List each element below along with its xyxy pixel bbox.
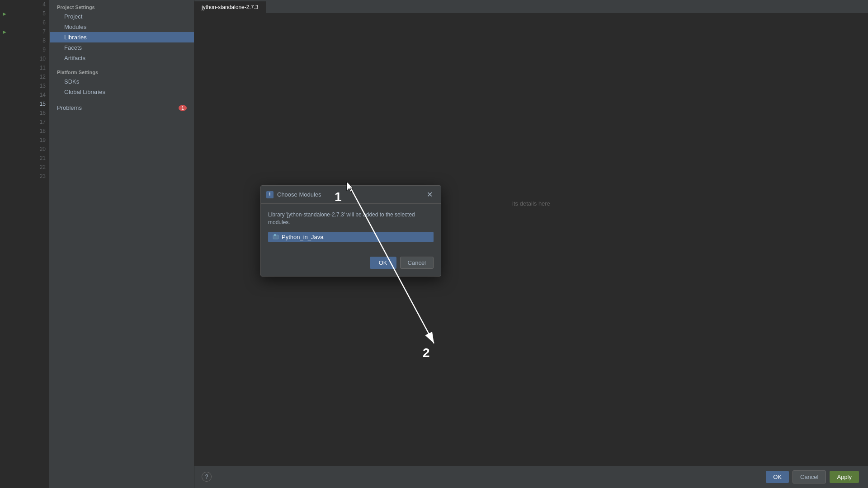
sidebar-item-project[interactable]: Project: [50, 11, 194, 22]
line-7: ▶7: [0, 27, 49, 36]
module-list-item[interactable]: Python_in_Java: [268, 232, 434, 242]
line-10: 10: [0, 54, 49, 63]
tab-bar: jython-standalone-2.7.3: [194, 0, 868, 14]
line-6: 6: [0, 18, 49, 27]
bottom-bar: ? OK Cancel Apply: [194, 465, 868, 488]
sidebar-item-facets[interactable]: Facets: [50, 42, 194, 53]
line-5: ▶5: [0, 9, 49, 18]
modal-message: Library 'jython-standalone-2.7.3' will b…: [268, 211, 434, 226]
modal-close-button[interactable]: ✕: [424, 189, 435, 200]
modal-buttons: OK Cancel: [261, 253, 441, 276]
line-21: 21: [0, 154, 49, 163]
line-20: 20: [0, 145, 49, 154]
line-9: 9: [0, 45, 49, 54]
line-11: 11: [0, 63, 49, 72]
line-8: 8: [0, 36, 49, 45]
line-19: 19: [0, 136, 49, 145]
sidebar-item-artifacts[interactable]: Artifacts: [50, 53, 194, 63]
problems-badge: 1: [179, 105, 187, 111]
modal-intellij-icon: !: [266, 191, 274, 198]
modal-ok-button[interactable]: OK: [370, 257, 396, 269]
choose-modules-dialog: ! Choose Modules ✕ Library 'jython-stand…: [260, 185, 441, 277]
placeholder-text: its details here: [512, 200, 550, 207]
sidebar-item-sdks[interactable]: SDKs: [50, 76, 194, 87]
platform-settings-header: Platform Settings: [50, 67, 194, 76]
ok-button-main[interactable]: OK: [766, 471, 789, 483]
sidebar-item-problems[interactable]: Problems 1: [50, 103, 194, 113]
modal-body: Library 'jython-standalone-2.7.3' will b…: [261, 204, 441, 253]
help-button[interactable]: ?: [202, 472, 212, 482]
line-12: 12: [0, 72, 49, 81]
line-22: 22: [0, 163, 49, 172]
module-name: Python_in_Java: [282, 234, 324, 240]
svg-rect-1: [274, 234, 276, 236]
line-15: 15: [0, 99, 49, 108]
problems-label: Problems: [57, 104, 82, 111]
sidebar-item-libraries[interactable]: Libraries: [50, 32, 194, 42]
line-14: 14: [0, 90, 49, 99]
line-23: 23: [0, 172, 49, 181]
module-icon: [273, 234, 279, 240]
platform-settings-section: Platform Settings SDKs Global Libraries: [50, 65, 194, 99]
cancel-button-main[interactable]: Cancel: [793, 470, 826, 483]
modal-cancel-button[interactable]: Cancel: [400, 257, 434, 269]
sidebar-item-modules[interactable]: Modules: [50, 22, 194, 32]
project-settings-section: Project Settings Project Modules Librari…: [50, 0, 194, 65]
modal-title-text: Choose Modules: [277, 191, 321, 198]
line-numbers-gutter: 4 ▶5 6 ▶7 8 9 10 11 12 13 14 15 16 17 18…: [0, 0, 50, 488]
apply-button[interactable]: Apply: [830, 471, 859, 483]
line-18: 18: [0, 127, 49, 136]
modal-title-left: ! Choose Modules: [266, 191, 321, 198]
modal-titlebar: ! Choose Modules ✕: [261, 186, 441, 204]
project-sidebar: Project Settings Project Modules Librari…: [50, 0, 194, 488]
line-17: 17: [0, 117, 49, 127]
line-16: 16: [0, 108, 49, 117]
project-settings-header: Project Settings: [50, 2, 194, 11]
library-tab[interactable]: jython-standalone-2.7.3: [194, 1, 266, 13]
sidebar-item-global-libraries[interactable]: Global Libraries: [50, 87, 194, 97]
line-13: 13: [0, 81, 49, 90]
line-4: 4: [0, 0, 49, 9]
